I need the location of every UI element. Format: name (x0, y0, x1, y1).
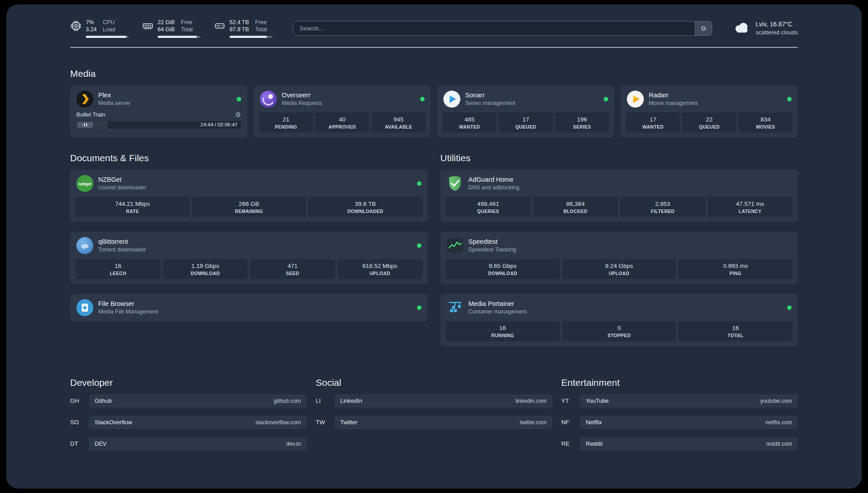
cloud-icon (733, 21, 751, 35)
stat-tile: 47.571 ms LATENCY (708, 197, 793, 217)
cpu-label: CPU (103, 19, 115, 26)
search-bar: G (293, 21, 712, 36)
gear-icon[interactable]: ⚙ (235, 111, 241, 118)
stat-value: 16 (77, 263, 159, 269)
stat-value: 16 (447, 325, 558, 331)
service-name: qBittorrent (98, 238, 146, 246)
service-card-portainer[interactable]: Media Portainer Container management 16 … (440, 294, 798, 346)
service-subtitle: Media Requests (282, 100, 322, 107)
service-card-nzbget[interactable]: nzbget NZBGet Usenet downloader 74 (70, 170, 428, 222)
memory-resource-widget: 22 GiB 64 GiB Free Total (142, 19, 200, 38)
memory-free-label: Free (181, 19, 192, 26)
bookmark-dev[interactable]: DT DEV dev.to (70, 437, 307, 451)
stat-tile: 16 LEECH (75, 259, 161, 279)
stat-tile: 39.6 TB DOWNLOADED (308, 197, 422, 217)
bookmark-github[interactable]: GH Github github.com (70, 394, 307, 408)
memory-progress-bar (158, 36, 200, 38)
service-card-radarr[interactable]: Radarr Movie management 17 WANTED 22 QUE… (621, 85, 798, 138)
stat-tile: 40 APPROVED (315, 113, 369, 133)
service-subtitle: Usenet downloader (98, 184, 146, 192)
stat-label: UPLOAD (339, 271, 421, 276)
stat-label: BLOCKED (535, 209, 617, 214)
stat-value: 9.65 Gbps (447, 263, 558, 269)
sonarr-icon (443, 91, 460, 108)
memory-free-value: 22 GiB (158, 19, 175, 26)
bookmark-name: Reddit (586, 440, 603, 447)
bookmark-abbr: RE (561, 440, 580, 447)
cpu-icon (70, 20, 82, 32)
disk-resource-widget: 52.4 TB 97.9 TB Free Total (214, 19, 272, 38)
stat-label: AVAILABLE (373, 124, 424, 130)
status-dot (417, 305, 421, 310)
bookmark-abbr: YT (561, 397, 580, 404)
stat-tile: 0 STOPPED (562, 321, 676, 341)
playback-progress-bar[interactable]: 24:44 / 02:06:47 (76, 121, 241, 129)
stat-label: REMAINING (194, 209, 305, 214)
bookmark-reddit[interactable]: RE Reddit reddit.com (561, 437, 798, 451)
media-section-title: Media (70, 68, 798, 79)
bookmark-netflix[interactable]: NF Netflix netflix.com (561, 416, 798, 429)
bookmark-name: StackOverflow (95, 419, 132, 426)
documents-section-title: Documents & Files (70, 153, 428, 163)
status-dot (237, 97, 241, 101)
search-provider-button[interactable]: G (695, 21, 712, 35)
stat-value: 17 (501, 116, 551, 123)
service-card-speedtest[interactable]: Speedtest Speedtest Tracking 9.65 Gbps D… (440, 232, 798, 284)
stat-label: RATE (77, 209, 188, 214)
stat-label: TOTAL (680, 333, 791, 338)
stat-label: RUNNING (447, 333, 558, 338)
social-section-title: Social (316, 377, 552, 388)
stat-tile: 9.65 Gbps DOWNLOAD (446, 259, 560, 279)
service-card-qbittorrent[interactable]: qb qBittorrent Torrent downloader (70, 232, 428, 284)
bookmark-stackoverflow[interactable]: SO StackOverflow stackoverflow.com (70, 416, 307, 429)
service-card-overseerr[interactable]: Overseerr Media Requests 21 PENDING 40 A… (254, 85, 431, 138)
disk-progress-bar (230, 36, 272, 38)
pause-icon[interactable] (78, 122, 93, 128)
bookmark-domain: linkedin.com (516, 398, 547, 404)
bookmark-name: LinkedIn (340, 397, 362, 404)
service-card-adguard[interactable]: AdGuard Home DNS and adblocking 498,461 … (440, 170, 798, 222)
bookmark-group-entertainment: Entertainment YT YouTube youtube.com NF … (561, 377, 798, 459)
bookmark-twitter[interactable]: TW Twitter twitter.com (316, 416, 552, 429)
plex-icon (76, 91, 93, 108)
service-card-plex[interactable]: Plex Media server Bullet Train ⚙ (70, 85, 247, 138)
bookmark-youtube[interactable]: YT YouTube youtube.com (561, 394, 798, 408)
bookmark-domain: github.com (274, 398, 301, 404)
disk-free-value: 52.4 TB (230, 19, 249, 26)
stat-tile: 16 RUNNING (446, 321, 560, 341)
stat-value: 2,953 (622, 201, 704, 207)
stat-value: 0 (564, 325, 675, 331)
playback-time: 24:44 / 02:06:47 (200, 122, 238, 127)
disk-total-value: 97.9 TB (230, 26, 249, 33)
weather-widget[interactable]: Lviv, 16.87°C scattered clouds (733, 20, 798, 36)
cpu-usage-value: 7% (86, 19, 96, 26)
service-card-filebrowser[interactable]: File Browser Media File Management (70, 294, 428, 322)
bookmark-group-social: Social LI LinkedIn linkedin.com TW Twitt… (316, 377, 552, 459)
status-dot (604, 97, 608, 101)
svg-text:nzbget: nzbget (79, 181, 92, 186)
service-card-sonarr[interactable]: Sonarr Series management 485 WANTED 17 Q… (437, 85, 614, 138)
memory-total-label: Total (181, 26, 192, 33)
status-dot (787, 305, 792, 310)
stat-value: 47.571 ms (709, 201, 791, 207)
developer-section-title: Developer (70, 377, 307, 388)
stat-tile: 2,953 FILTERED (620, 197, 705, 217)
bookmark-group-developer: Developer GH Github github.com SO StackO… (70, 377, 307, 459)
stat-label: PING (680, 271, 791, 276)
search-input[interactable] (293, 21, 695, 35)
stat-tile: 945 AVAILABLE (371, 113, 426, 133)
service-subtitle: Torrent downloader (98, 246, 146, 254)
bookmark-domain: netflix.com (765, 419, 792, 426)
stat-label: DOWNLOAD (165, 271, 246, 276)
service-name: AdGuard Home (468, 175, 519, 184)
stat-tile: 17 QUEUED (499, 113, 553, 133)
stat-value: 9.24 Gbps (564, 263, 675, 269)
service-subtitle: Series management (465, 100, 515, 107)
stat-label: DOWNLOADED (310, 209, 421, 214)
service-subtitle: Media server (98, 100, 130, 107)
bookmark-domain: reddit.com (766, 441, 792, 447)
weather-condition: scattered clouds (755, 29, 798, 37)
stat-label: LATENCY (709, 209, 791, 214)
disk-icon (214, 20, 225, 32)
bookmark-linkedin[interactable]: LI LinkedIn linkedin.com (316, 394, 552, 408)
